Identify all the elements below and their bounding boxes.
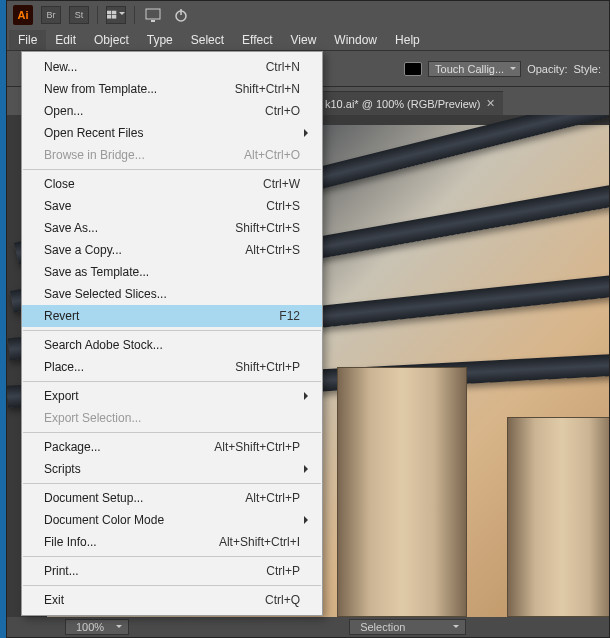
menu-item-shortcut: Shift+Ctrl+N <box>235 82 300 96</box>
menu-item-label: New... <box>44 60 266 74</box>
file-menu-document-color-mode[interactable]: Document Color Mode <box>22 509 322 531</box>
gpu-preview-icon[interactable] <box>143 6 163 24</box>
menu-separator <box>23 432 321 433</box>
svg-rect-5 <box>151 20 155 22</box>
zoom-level[interactable]: 100% <box>65 619 129 635</box>
file-menu-export-selection: Export Selection... <box>22 407 322 429</box>
file-menu-export[interactable]: Export <box>22 385 322 407</box>
file-menu-place[interactable]: Place...Shift+Ctrl+P <box>22 356 322 378</box>
menu-item-label: Save Selected Slices... <box>44 287 300 301</box>
menu-item-label: Save As... <box>44 221 235 235</box>
menu-item-label: Save a Copy... <box>44 243 245 257</box>
file-menu-revert[interactable]: RevertF12 <box>22 305 322 327</box>
file-menu-search-adobe-stock[interactable]: Search Adobe Stock... <box>22 334 322 356</box>
style-label: Style: <box>573 63 601 75</box>
power-icon[interactable] <box>171 6 191 24</box>
menu-file[interactable]: File <box>9 30 46 50</box>
menu-item-label: Place... <box>44 360 235 374</box>
menu-edit[interactable]: Edit <box>46 30 85 50</box>
file-menu-exit[interactable]: ExitCtrl+Q <box>22 589 322 611</box>
file-menu-new-from-template[interactable]: New from Template...Shift+Ctrl+N <box>22 78 322 100</box>
menu-item-shortcut: Ctrl+W <box>263 177 300 191</box>
menu-item-label: Exit <box>44 593 265 607</box>
menu-separator <box>23 381 321 382</box>
menu-separator <box>23 585 321 586</box>
tool-status[interactable]: Selection <box>349 619 466 635</box>
file-menu-close[interactable]: CloseCtrl+W <box>22 173 322 195</box>
bridge-button[interactable]: Br <box>41 6 61 24</box>
menu-object[interactable]: Object <box>85 30 138 50</box>
menu-item-shortcut: F12 <box>279 309 300 323</box>
file-menu-dropdown: New...Ctrl+NNew from Template...Shift+Ct… <box>21 51 323 616</box>
file-menu-scripts[interactable]: Scripts <box>22 458 322 480</box>
menu-item-label: Document Color Mode <box>44 513 300 527</box>
menu-item-label: Save <box>44 199 266 213</box>
menu-select[interactable]: Select <box>182 30 233 50</box>
menu-type[interactable]: Type <box>138 30 182 50</box>
menu-item-label: Open... <box>44 104 265 118</box>
menu-item-shortcut: Shift+Ctrl+S <box>235 221 300 235</box>
menu-item-label: Open Recent Files <box>44 126 300 140</box>
menu-item-label: Close <box>44 177 263 191</box>
brush-combo[interactable]: Touch Callig... <box>428 61 521 77</box>
file-menu-open-recent-files[interactable]: Open Recent Files <box>22 122 322 144</box>
file-menu-file-info[interactable]: File Info...Alt+Shift+Ctrl+I <box>22 531 322 553</box>
menu-item-label: Package... <box>44 440 214 454</box>
menu-item-shortcut: Shift+Ctrl+P <box>235 360 300 374</box>
menu-item-shortcut: Ctrl+O <box>265 104 300 118</box>
menu-item-label: Export <box>44 389 300 403</box>
file-menu-print[interactable]: Print...Ctrl+P <box>22 560 322 582</box>
menu-item-shortcut: Alt+Shift+Ctrl+P <box>214 440 300 454</box>
file-menu-save[interactable]: SaveCtrl+S <box>22 195 322 217</box>
menu-item-shortcut: Alt+Ctrl+S <box>245 243 300 257</box>
file-menu-save-as[interactable]: Save As...Shift+Ctrl+S <box>22 217 322 239</box>
menu-bar: File Edit Object Type Select Effect View… <box>7 29 609 51</box>
menu-view[interactable]: View <box>282 30 326 50</box>
menu-separator <box>23 330 321 331</box>
illustrator-window: Ai Br St File Edit Object Type Select Ef… <box>6 0 610 638</box>
svg-rect-3 <box>112 15 116 19</box>
file-menu-document-setup[interactable]: Document Setup...Alt+Ctrl+P <box>22 487 322 509</box>
menu-effect[interactable]: Effect <box>233 30 281 50</box>
menu-item-shortcut: Ctrl+N <box>266 60 300 74</box>
file-menu-open[interactable]: Open...Ctrl+O <box>22 100 322 122</box>
separator <box>97 6 98 24</box>
menu-item-label: Revert <box>44 309 279 323</box>
arrange-documents-button[interactable] <box>106 6 126 24</box>
status-bar: 100% Selection <box>7 617 609 637</box>
file-menu-browse-in-bridge: Browse in Bridge...Alt+Ctrl+O <box>22 144 322 166</box>
menu-item-label: Save as Template... <box>44 265 300 279</box>
menu-item-label: Scripts <box>44 462 300 476</box>
menu-item-label: Search Adobe Stock... <box>44 338 300 352</box>
title-bar: Ai Br St <box>7 1 609 29</box>
svg-rect-0 <box>107 11 111 15</box>
menu-item-label: Document Setup... <box>44 491 245 505</box>
separator <box>134 6 135 24</box>
stock-button[interactable]: St <box>69 6 89 24</box>
file-menu-save-as-template[interactable]: Save as Template... <box>22 261 322 283</box>
menu-item-label: Print... <box>44 564 266 578</box>
svg-rect-1 <box>112 11 116 15</box>
document-tab[interactable]: k10.ai* @ 100% (RGB/Preview) ✕ <box>317 91 503 115</box>
menu-item-label: Export Selection... <box>44 411 300 425</box>
menu-window[interactable]: Window <box>325 30 386 50</box>
close-icon[interactable]: ✕ <box>486 97 495 110</box>
menu-help[interactable]: Help <box>386 30 429 50</box>
file-menu-save-a-copy[interactable]: Save a Copy...Alt+Ctrl+S <box>22 239 322 261</box>
menu-item-label: File Info... <box>44 535 219 549</box>
menu-item-label: New from Template... <box>44 82 235 96</box>
svg-rect-2 <box>107 15 111 19</box>
document-tab-title: k10.ai* @ 100% (RGB/Preview) <box>325 98 480 110</box>
file-menu-save-selected-slices[interactable]: Save Selected Slices... <box>22 283 322 305</box>
app-logo: Ai <box>13 5 33 25</box>
file-menu-new[interactable]: New...Ctrl+N <box>22 56 322 78</box>
menu-item-shortcut: Ctrl+Q <box>265 593 300 607</box>
menu-item-shortcut: Alt+Ctrl+O <box>244 148 300 162</box>
file-menu-package[interactable]: Package...Alt+Shift+Ctrl+P <box>22 436 322 458</box>
opacity-label: Opacity: <box>527 63 567 75</box>
menu-separator <box>23 483 321 484</box>
menu-item-shortcut: Ctrl+P <box>266 564 300 578</box>
stroke-swatch[interactable] <box>404 62 422 76</box>
menu-item-label: Browse in Bridge... <box>44 148 244 162</box>
menu-item-shortcut: Alt+Shift+Ctrl+I <box>219 535 300 549</box>
